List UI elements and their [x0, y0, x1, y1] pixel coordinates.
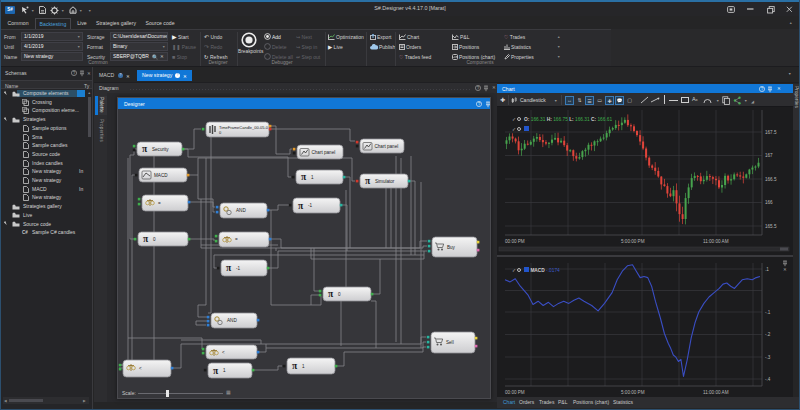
svg-text:165.5: 165.5: [765, 224, 777, 229]
svg-text:167: 167: [765, 153, 773, 158]
svg-text:π: π: [298, 201, 304, 211]
svg-text:π: π: [365, 176, 371, 186]
svg-text:0: 0: [153, 237, 156, 242]
svg-text:-1: -1: [308, 203, 313, 208]
svg-text:1: 1: [311, 175, 314, 180]
svg-text:Security: Security: [152, 147, 169, 152]
svg-text:π: π: [143, 234, 149, 244]
svg-text:=: =: [158, 201, 161, 206]
svg-text:MACD: MACD: [154, 173, 168, 178]
svg-text:π: π: [301, 172, 307, 182]
svg-text:00:00 PM: 00:00 PM: [505, 390, 525, 395]
svg-text:Chart panel: Chart panel: [312, 150, 336, 155]
svg-text:11:00:00 AM: 11:00:00 AM: [703, 239, 729, 244]
svg-text:π: π: [292, 361, 298, 371]
svg-text:1: 1: [223, 368, 226, 373]
svg-text:-.3: -.3: [765, 355, 771, 360]
svg-text:.1: .1: [765, 267, 769, 272]
svg-text:=: =: [235, 237, 238, 242]
svg-text:Sell: Sell: [446, 340, 454, 345]
svg-text:-.1: -.1: [765, 310, 771, 315]
svg-text:-.4: -.4: [765, 377, 771, 382]
svg-text:167.5: 167.5: [765, 130, 777, 135]
svg-text:5:00:00 PM: 5:00:00 PM: [621, 390, 645, 395]
svg-text:π: π: [213, 366, 219, 376]
svg-text:π: π: [226, 263, 232, 273]
svg-text:AND: AND: [227, 318, 237, 323]
svg-text:<: <: [139, 366, 142, 371]
svg-text:AND: AND: [236, 208, 246, 213]
svg-text:11:00:00 AM: 11:00:00 AM: [703, 390, 729, 395]
svg-text:5:00:00 PM: 5:00:00 PM: [621, 239, 645, 244]
svg-text:Buy: Buy: [447, 245, 456, 250]
svg-text:TimeFrameCandle_00-05-0: TimeFrameCandle_00-05-0: [219, 125, 269, 130]
svg-text:<: <: [222, 350, 225, 355]
svg-text:π: π: [328, 289, 334, 299]
svg-text:Chart panel: Chart panel: [375, 144, 399, 149]
svg-text:166.5: 166.5: [765, 177, 777, 182]
svg-text:π: π: [142, 144, 148, 154]
svg-text:Simulator: Simulator: [375, 179, 395, 184]
svg-text:-1: -1: [236, 266, 241, 271]
svg-text:-.2: -.2: [765, 332, 771, 337]
svg-text:166: 166: [765, 200, 773, 205]
svg-text:0: 0: [338, 292, 341, 297]
svg-text:00:00 PM: 00:00 PM: [505, 239, 525, 244]
svg-text:1: 1: [302, 364, 305, 369]
